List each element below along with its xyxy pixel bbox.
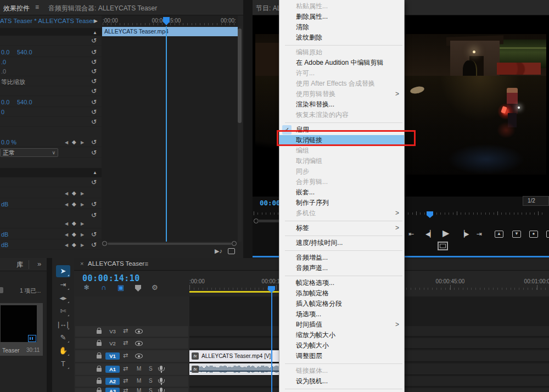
ec-h-scrollbar-left[interactable] (102, 241, 107, 246)
timeline-settings-icon[interactable]: ⚙ (152, 283, 158, 292)
menu-item-multi-camera[interactable]: 多机位> (279, 208, 404, 219)
ec-h-scrollbar-right[interactable] (232, 241, 237, 246)
toggle-effects-icon[interactable] (228, 248, 235, 254)
menu-item-speed-duration[interactable]: 速度/持续时间... (279, 238, 404, 248)
sync-lock-button[interactable]: ⇄ (123, 339, 128, 346)
reset-button[interactable]: ↺ (91, 230, 97, 239)
tab-sequence[interactable]: ALLEYCATS Teaser (88, 260, 144, 267)
reset-button[interactable]: ↺ (91, 148, 97, 157)
menu-item-render-and-replace[interactable]: 渲染和替换... (279, 99, 404, 110)
menu-item-nest[interactable]: 嵌套... (279, 187, 404, 198)
solo-button[interactable]: S (149, 366, 153, 372)
zoom-level-select[interactable]: 1/2 (523, 196, 549, 206)
menu-item-set-to-frame-size[interactable]: 设为帧大小 (279, 340, 404, 351)
track-lock-button[interactable] (97, 342, 102, 346)
menu-item-merge-clips[interactable]: 合并剪辑... (279, 177, 404, 187)
sync-lock-button[interactable]: ⇄ (123, 352, 128, 359)
menu-item-synchronize[interactable]: 同步 (279, 166, 404, 177)
ec-v-scrollbar-thumb[interactable] (238, 29, 242, 123)
add-keyframe-icon[interactable]: ◆ (72, 242, 76, 248)
track-select-forward-tool[interactable]: ⇥ (56, 279, 70, 291)
add-keyframe-icon[interactable]: ◆ (72, 220, 76, 226)
sync-lock-button[interactable]: ⇄ (123, 387, 128, 392)
track-lock-button[interactable] (97, 355, 102, 359)
step-forward-button[interactable]: ▕▶ (460, 230, 468, 238)
menu-item-clear[interactable]: 清除 (279, 22, 404, 32)
prev-keyframe-icon[interactable]: ◀ (65, 191, 68, 196)
prev-keyframe-icon[interactable]: ◀ (65, 232, 68, 237)
tab-libraries[interactable]: 库 (16, 260, 23, 270)
reset-button[interactable]: ↺ (91, 240, 97, 249)
collapse-icon[interactable]: ▲ (93, 170, 97, 175)
next-keyframe-icon[interactable]: ▶ (81, 232, 84, 237)
parameter-value[interactable]: 0.0 % (1, 139, 16, 145)
menu-item-add-frame-hold[interactable]: 添加帧定格 (279, 288, 404, 299)
menu-item-remove-attributes[interactable]: 删除属性... (279, 12, 404, 22)
parameter-value[interactable]: 0.0 (1, 49, 9, 55)
track-label-A3[interactable]: A3 (105, 388, 120, 392)
pen-tool[interactable]: ✎ (56, 332, 70, 344)
insert-overwrite-icon[interactable]: ❄ (83, 283, 89, 292)
menu-item-license[interactable]: 许可... (279, 68, 404, 79)
reset-button[interactable]: ↺ (91, 77, 97, 86)
parameter-value[interactable]: .0 (1, 59, 6, 65)
button-editor-button[interactable]: + (546, 231, 549, 238)
reset-button[interactable]: ↺ (91, 200, 97, 209)
next-keyframe-icon[interactable]: ▶ (81, 243, 84, 248)
step-back-button[interactable]: ◀▏ (425, 230, 434, 238)
menu-item-edit-original[interactable]: 编辑原始 (279, 47, 404, 58)
menu-item-group[interactable]: 编组 (279, 145, 404, 156)
go-to-out-button[interactable]: ⇥ (477, 230, 481, 238)
menu-item-ungroup[interactable]: 取消编组 (279, 156, 404, 166)
reset-button[interactable]: ↺ (91, 36, 97, 45)
timeline-timecode[interactable]: 00:00:14:10 (82, 273, 140, 283)
menu-item-paste-attributes[interactable]: 粘贴属性... (279, 1, 404, 12)
track-label-A2[interactable]: A2 (105, 378, 120, 385)
type-tool[interactable]: T (56, 358, 70, 370)
razor-tool[interactable]: ✄ (56, 305, 70, 317)
parameter-value[interactable]: 0.0 (1, 99, 9, 105)
lift-button[interactable]: ▲ (495, 231, 503, 238)
media-item-name[interactable]: Teaser (2, 347, 20, 354)
menu-item-replace-with-clip[interactable]: 使用剪辑替换> (279, 89, 404, 99)
solo-button[interactable]: S (149, 378, 153, 384)
sync-lock-button[interactable]: ⇄ (123, 365, 128, 372)
parameter-value[interactable]: .0 (1, 68, 6, 75)
mute-button[interactable]: M (137, 388, 141, 392)
ec-timeline-toggle-icon[interactable]: ▶ (94, 18, 98, 24)
prev-keyframe-icon[interactable]: ◀ (65, 243, 68, 248)
toggle-track-output-button[interactable] (135, 354, 143, 359)
play-button[interactable]: ▶ (442, 228, 449, 238)
track-lock-button[interactable] (97, 368, 102, 372)
panel-menu-icon[interactable]: ≡ (144, 260, 148, 268)
collapse-icon[interactable]: ▲ (93, 30, 97, 35)
add-keyframe-icon[interactable]: ◆ (72, 201, 76, 207)
reset-button[interactable]: ↺ (91, 98, 97, 107)
settings-button[interactable] (438, 242, 448, 250)
menu-item-adjustment-layer[interactable]: 调整图层 (279, 351, 404, 361)
prev-keyframe-icon[interactable]: ◀ (65, 202, 68, 207)
menu-item-audio-channels[interactable]: 音频声道... (279, 263, 404, 273)
next-keyframe-icon[interactable]: ▶ (81, 140, 84, 145)
toggle-track-output-button[interactable] (135, 341, 143, 346)
menu-item-frame-hold-options[interactable]: 帧定格选项... (279, 278, 404, 288)
prev-keyframe-icon[interactable]: ◀ (65, 221, 68, 226)
extract-button[interactable]: ▼ (512, 231, 521, 238)
menu-item-scale-to-frame-size[interactable]: 缩放为帧大小 (279, 330, 404, 340)
track-label-A1[interactable]: A1 (105, 366, 120, 373)
ripple-edit-tool[interactable]: ◂▸ (56, 292, 70, 304)
play-audio-button[interactable]: ▶♪ (215, 248, 222, 255)
parameter-value[interactable]: dB (1, 201, 8, 208)
menu-item-make-offline[interactable]: 设为脱机... (279, 376, 404, 387)
menu-item-insert-frame-hold-segment[interactable]: 插入帧定格分段 (279, 299, 404, 309)
menu-item-audio-gain[interactable]: 音频增益... (279, 253, 404, 263)
blend-mode-select[interactable]: 正常∨ (0, 148, 58, 157)
media-item[interactable]: Teaser 30:11 (0, 303, 43, 356)
next-keyframe-icon[interactable]: ▶ (81, 202, 84, 207)
menu-item-label[interactable]: 标签> (279, 223, 404, 233)
track-lock-button[interactable] (97, 330, 102, 334)
sync-lock-button[interactable]: ⇄ (123, 377, 128, 384)
menu-item-field-options[interactable]: 场选项... (279, 309, 404, 320)
menu-item-make-subsequence[interactable]: 制作子序列 (279, 198, 404, 208)
panel-overflow-button[interactable]: » (37, 260, 41, 268)
